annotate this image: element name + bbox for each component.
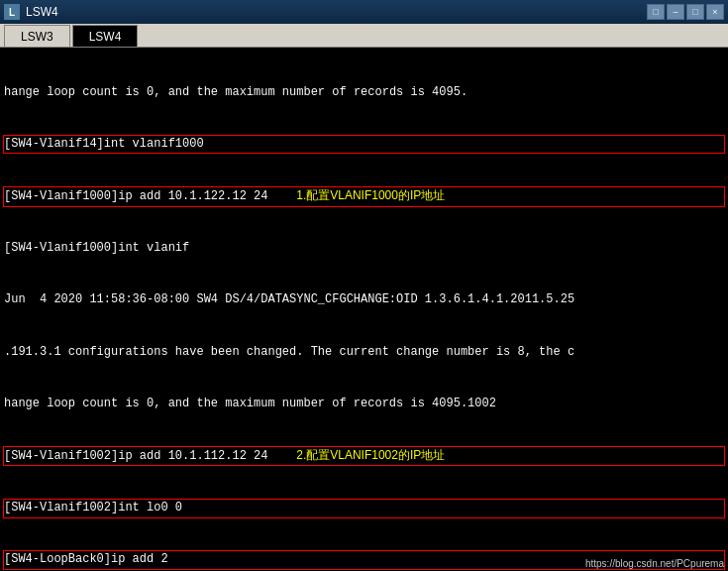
terminal-line: .191.3.1 configurations have been change… <box>4 344 724 361</box>
terminal-line: hange loop count is 0, and the maximum n… <box>4 84 724 101</box>
terminal-line: [SW4-Vlanif14]int vlanif1000 <box>4 136 724 153</box>
close-button[interactable]: × <box>706 4 724 20</box>
watermark: https://blog.csdn.net/PCpurema <box>585 558 724 569</box>
maximize-button[interactable]: □ <box>686 4 704 20</box>
title-bar: L LSW4 □ – □ × <box>0 0 728 24</box>
restore-button[interactable]: □ <box>647 4 665 20</box>
terminal-line: [SW4-Vlanif1002]int lo0 0 <box>4 500 724 516</box>
terminal-content: hange loop count is 0, and the maximum n… <box>0 48 728 571</box>
tab-bar: LSW3 LSW4 <box>0 24 728 48</box>
terminal-line-cmd2: [SW4-Vlanif1002]ip add 10.1.112.12 24 2.… <box>4 447 724 465</box>
minimize-button[interactable]: – <box>667 4 684 20</box>
title-bar-icon: L <box>4 4 20 20</box>
terminal-line: [SW4-Vlanif1000]int vlanif <box>4 240 724 257</box>
terminal-line: hange loop count is 0, and the maximum n… <box>4 396 724 412</box>
tab-lsw3[interactable]: LSW3 <box>4 25 70 47</box>
terminal-line: Jun 4 2020 11:58:36-08:00 SW4 DS/4/DATAS… <box>4 291 724 308</box>
terminal-line-cmd1: [SW4-Vlanif1000]ip add 10.1.122.12 24 1.… <box>4 187 724 205</box>
title-bar-title: LSW4 <box>26 5 647 19</box>
tab-lsw4[interactable]: LSW4 <box>72 25 139 47</box>
terminal-container[interactable]: hange loop count is 0, and the maximum n… <box>0 48 728 571</box>
title-bar-buttons: □ – □ × <box>647 4 724 20</box>
